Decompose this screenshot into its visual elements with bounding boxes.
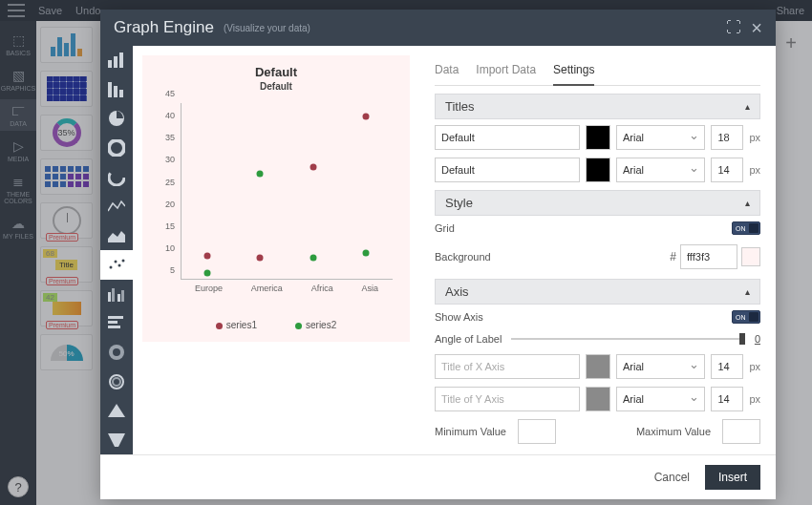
chart-subtitle: Default bbox=[142, 81, 410, 92]
svg-marker-25 bbox=[108, 404, 125, 417]
svg-point-24 bbox=[113, 378, 120, 386]
title-color-swatch[interactable] bbox=[586, 125, 610, 150]
close-icon[interactable]: × bbox=[751, 17, 762, 39]
expand-icon[interactable]: ⛶ bbox=[726, 19, 741, 36]
grid-toggle[interactable]: ON bbox=[732, 221, 760, 235]
subtitle-size-input[interactable] bbox=[711, 158, 743, 182]
background-swatch[interactable] bbox=[741, 247, 760, 266]
subtitle-input[interactable] bbox=[435, 158, 580, 182]
data-point bbox=[203, 270, 210, 277]
plot-area bbox=[181, 103, 393, 280]
show-axis-label: Show Axis bbox=[435, 311, 483, 323]
x-axis-color-swatch[interactable] bbox=[586, 354, 610, 379]
title-size-input[interactable] bbox=[711, 125, 743, 150]
angle-label: Angle of Label bbox=[435, 333, 502, 345]
ct-dual-pie[interactable] bbox=[100, 338, 133, 368]
max-value-label: Maximum Value bbox=[636, 426, 711, 437]
x-axis-title-input[interactable] bbox=[435, 354, 580, 379]
svg-rect-18 bbox=[108, 316, 123, 319]
insert-button[interactable]: Insert bbox=[705, 465, 760, 490]
data-point bbox=[310, 164, 316, 171]
px-unit: px bbox=[749, 164, 760, 176]
angle-slider[interactable] bbox=[511, 338, 745, 340]
hash-symbol: # bbox=[670, 250, 676, 263]
svg-rect-1 bbox=[114, 56, 118, 68]
ct-gauge[interactable] bbox=[100, 162, 133, 192]
ct-grouped-bar[interactable] bbox=[100, 280, 133, 309]
ct-scatter[interactable] bbox=[100, 250, 133, 280]
px-unit: px bbox=[749, 393, 760, 405]
ct-bar-desc[interactable] bbox=[100, 75, 133, 105]
svg-rect-14 bbox=[108, 292, 111, 302]
ct-area[interactable] bbox=[100, 221, 133, 250]
chevron-up-icon: ▴ bbox=[745, 198, 750, 208]
ct-hbar[interactable] bbox=[100, 308, 133, 338]
svg-point-7 bbox=[109, 140, 124, 156]
chart-type-bar bbox=[100, 46, 133, 454]
background-hex-input[interactable] bbox=[680, 244, 737, 269]
svg-rect-2 bbox=[119, 53, 123, 68]
angle-value: 0 bbox=[755, 333, 760, 345]
svg-marker-9 bbox=[108, 231, 125, 242]
y-tick: 10 bbox=[165, 243, 175, 253]
ct-bar[interactable] bbox=[100, 46, 133, 75]
y-tick: 25 bbox=[165, 178, 175, 187]
chart-preview-pane: Default Default 51015202530354045 Europe… bbox=[133, 46, 419, 454]
y-tick: 20 bbox=[165, 200, 175, 209]
accordion-titles[interactable]: Titles▴ bbox=[435, 94, 760, 119]
legend-item: series2 bbox=[295, 320, 336, 330]
svg-rect-5 bbox=[119, 90, 123, 97]
data-point bbox=[203, 252, 210, 259]
ct-pyramid[interactable] bbox=[100, 396, 133, 426]
modal-header: Graph Engine (Visualize your data) ⛶ × bbox=[100, 10, 776, 46]
title-font-select[interactable] bbox=[616, 125, 705, 150]
accordion-style[interactable]: Style▴ bbox=[435, 190, 760, 216]
tab-import-data[interactable]: Import Data bbox=[476, 57, 536, 85]
y-tick: 5 bbox=[170, 265, 175, 275]
svg-rect-0 bbox=[108, 60, 112, 68]
px-unit: px bbox=[749, 132, 760, 143]
x-axis-size-input[interactable] bbox=[711, 354, 743, 379]
x-axis-font-select[interactable] bbox=[616, 354, 705, 379]
settings-panel: Data Import Data Settings Titles▴ px bbox=[419, 46, 776, 454]
data-point bbox=[257, 171, 264, 178]
ct-pie[interactable] bbox=[100, 104, 133, 134]
ct-funnel[interactable] bbox=[100, 426, 133, 454]
chevron-up-icon: ▴ bbox=[745, 101, 750, 112]
y-axis-color-swatch[interactable] bbox=[586, 387, 610, 411]
svg-rect-16 bbox=[118, 294, 120, 302]
y-tick: 30 bbox=[165, 155, 175, 164]
px-unit: px bbox=[749, 361, 760, 372]
modal-title: Graph Engine bbox=[114, 18, 214, 37]
subtitle-color-swatch[interactable] bbox=[586, 158, 610, 182]
svg-point-8 bbox=[109, 170, 124, 185]
svg-rect-3 bbox=[108, 82, 112, 97]
show-axis-toggle[interactable]: ON bbox=[732, 310, 760, 324]
y-axis-font-select[interactable] bbox=[616, 387, 705, 411]
y-tick: 40 bbox=[165, 111, 175, 120]
grid-label: Grid bbox=[435, 222, 455, 234]
tab-settings[interactable]: Settings bbox=[553, 57, 594, 86]
x-tick: Africa bbox=[311, 284, 333, 299]
y-axis-title-input[interactable] bbox=[435, 387, 580, 411]
svg-point-11 bbox=[115, 261, 118, 263]
ct-radial[interactable] bbox=[100, 367, 133, 396]
ct-donut[interactable] bbox=[100, 134, 133, 163]
y-tick: 15 bbox=[165, 221, 175, 231]
data-point bbox=[310, 254, 316, 261]
ct-line[interactable] bbox=[100, 192, 133, 221]
tab-data[interactable]: Data bbox=[435, 57, 459, 85]
chart-title: Default bbox=[142, 55, 410, 79]
subtitle-font-select[interactable] bbox=[616, 158, 705, 182]
cancel-button[interactable]: Cancel bbox=[654, 471, 690, 484]
accordion-axis[interactable]: Axis▴ bbox=[435, 279, 760, 305]
x-tick: Europe bbox=[195, 284, 223, 299]
data-point bbox=[363, 113, 370, 119]
min-value-label: Minimum Value bbox=[435, 426, 506, 437]
modal-footer: Cancel Insert bbox=[100, 454, 776, 499]
y-axis-size-input[interactable] bbox=[711, 387, 743, 411]
max-value-input[interactable] bbox=[722, 419, 760, 444]
title-input[interactable] bbox=[435, 125, 580, 150]
background-label: Background bbox=[435, 251, 491, 263]
min-value-input[interactable] bbox=[518, 419, 556, 444]
